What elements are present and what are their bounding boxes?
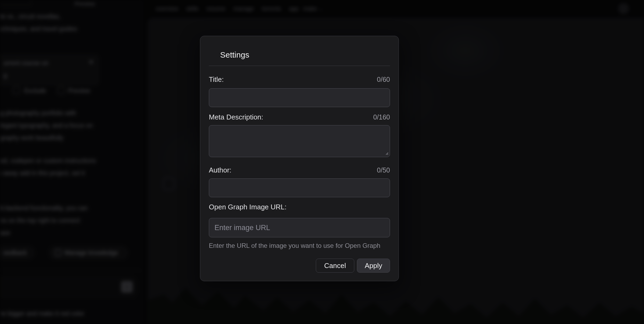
author-input[interactable] <box>209 178 390 197</box>
modal-title: Settings <box>220 36 390 60</box>
og-image-helper-text: Enter the URL of the image you want to u… <box>209 242 390 249</box>
modal-footer: Cancel Apply <box>209 259 390 273</box>
title-input[interactable] <box>209 88 390 107</box>
og-image-url-input[interactable] <box>209 218 390 237</box>
og-image-label: Open Graph Image URL: <box>209 203 287 211</box>
cancel-button[interactable]: Cancel <box>316 259 354 273</box>
meta-description-label: Meta Description: <box>209 113 263 121</box>
meta-description-field: Meta Description: 0/160 <box>209 113 390 157</box>
title-label: Title: <box>209 75 224 84</box>
author-field: Author: 0/50 <box>209 166 390 197</box>
author-label: Author: <box>209 166 231 174</box>
author-counter: 0/50 <box>377 166 390 174</box>
title-counter: 0/60 <box>377 76 390 83</box>
og-image-field: Open Graph Image URL: Enter the URL of t… <box>209 203 390 249</box>
settings-modal: Settings Title: 0/60 Meta Description: 0… <box>200 36 399 281</box>
title-field: Title: 0/60 <box>209 75 390 107</box>
modal-divider <box>209 66 390 66</box>
resize-handle-icon[interactable] <box>384 151 389 155</box>
meta-description-counter: 0/160 <box>373 113 390 121</box>
apply-button[interactable]: Apply <box>357 259 390 273</box>
meta-description-textarea[interactable] <box>209 125 390 157</box>
